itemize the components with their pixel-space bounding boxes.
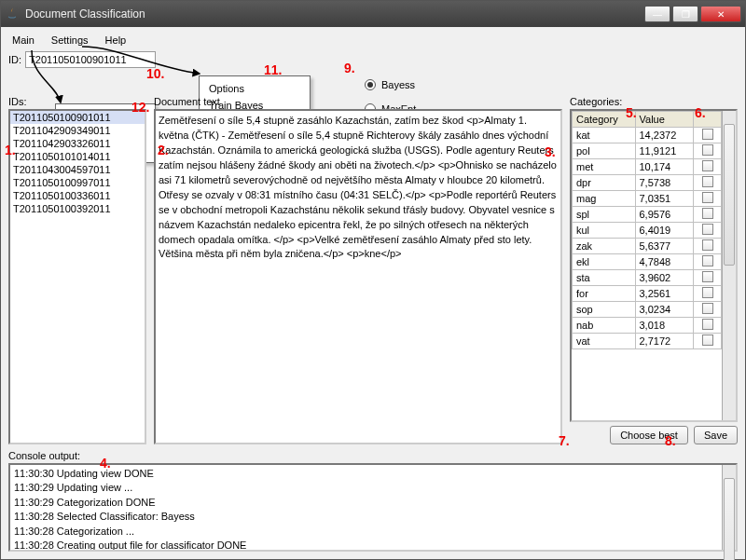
radio-bayess[interactable] — [365, 79, 376, 90]
save-button[interactable]: Save — [694, 426, 738, 444]
console-line: 11:30:29 Categorization DONE — [14, 496, 718, 510]
table-row[interactable]: kat14,2372 — [573, 128, 722, 143]
checkbox[interactable] — [702, 129, 713, 140]
main-area: IDs: T2011050100901011T2011042909349011T… — [8, 96, 738, 444]
doc-textarea[interactable]: Zemětřesení o síle 5,4 stupně zasáhlo Ka… — [154, 109, 562, 444]
id-row: ID: — [8, 51, 738, 68]
col-check[interactable] — [694, 112, 722, 128]
checkbox[interactable] — [702, 224, 713, 235]
console-line: 11:30:30 Updating view DONE — [14, 467, 718, 481]
table-row[interactable]: kul6,4019 — [573, 223, 722, 239]
maximize-button[interactable]: ❐ — [672, 6, 698, 22]
checkbox[interactable] — [702, 335, 713, 346]
categories-table[interactable]: Category Value kat14,2372pol11,9121met10… — [572, 111, 722, 349]
checkbox[interactable] — [702, 287, 713, 298]
checkbox[interactable] — [702, 303, 713, 314]
console-line: 11:30:28 Creating output file for classi… — [14, 539, 718, 550]
col-category[interactable]: Category — [573, 112, 636, 128]
menu-help[interactable]: Help — [102, 33, 131, 48]
list-item[interactable]: T2011050100901011 — [10, 111, 145, 124]
console-line: 11:30:29 Updating view ... — [14, 481, 718, 495]
table-row[interactable]: ekl4,7848 — [573, 254, 722, 270]
checkbox[interactable] — [702, 271, 713, 282]
titlebar[interactable]: Document Classification — ❐ ✕ — [1, 1, 745, 27]
console-label: Console output: — [8, 450, 738, 461]
checkbox[interactable] — [702, 319, 713, 330]
console-output[interactable]: 11:30:30 Updating view DONE11:30:29 Upda… — [10, 465, 722, 550]
table-row[interactable]: dpr7,5738 — [573, 175, 722, 191]
menubar: Main Settings Help — [8, 31, 738, 49]
table-row[interactable]: vat2,7172 — [573, 334, 722, 349]
menu-options[interactable]: Options — [200, 80, 310, 97]
choose-best-button[interactable]: Choose best — [610, 426, 688, 444]
menu-settings[interactable]: Settings — [48, 33, 92, 48]
console-scrollbar[interactable] — [722, 465, 736, 550]
list-item[interactable]: T2011050100336011 — [10, 189, 145, 202]
java-icon — [5, 7, 20, 21]
console-box: 11:30:30 Updating view DONE11:30:29 Upda… — [8, 463, 738, 552]
col-value[interactable]: Value — [635, 112, 694, 128]
list-item[interactable]: T2011050100997011 — [10, 176, 145, 189]
table-row[interactable]: sop3,0234 — [573, 302, 722, 318]
checkbox[interactable] — [702, 192, 713, 203]
table-row[interactable]: pol11,9121 — [573, 143, 722, 159]
radio-bayess-label: Bayess — [381, 79, 415, 90]
table-row[interactable]: spl6,9576 — [573, 207, 722, 223]
table-row[interactable]: sta3,9602 — [573, 270, 722, 286]
table-row[interactable]: mag7,0351 — [573, 191, 722, 207]
categories-scrollbar[interactable] — [722, 111, 736, 420]
list-item[interactable]: T2011050100392011 — [10, 202, 145, 215]
list-item[interactable]: T2011042909349011 — [10, 124, 145, 137]
categories-label: Categories: — [570, 96, 738, 107]
window-title: Document Classification — [25, 7, 644, 20]
list-item[interactable]: T2011042903326011 — [10, 137, 145, 150]
console-line: 11:30:28 Selected Classificator: Bayess — [14, 510, 718, 524]
list-item[interactable]: T2011043004597011 — [10, 163, 145, 176]
checkbox[interactable] — [702, 144, 713, 156]
id-label: ID: — [8, 54, 21, 65]
table-row[interactable]: for3,2561 — [573, 286, 722, 302]
list-item[interactable]: T2011050101014011 — [10, 150, 145, 163]
menu-main[interactable]: Main — [8, 33, 38, 48]
annot-10: 10. — [146, 66, 164, 81]
doc-label: Document text — [154, 96, 562, 107]
ids-list[interactable]: T2011050100901011T2011042909349011T20110… — [8, 109, 146, 444]
checkbox[interactable] — [702, 208, 713, 219]
app-window: Document Classification — ❐ ✕ Main Setti… — [0, 0, 746, 560]
checkbox[interactable] — [702, 176, 713, 187]
table-row[interactable]: nab3,018 — [573, 318, 722, 334]
checkbox[interactable] — [702, 239, 713, 251]
table-row[interactable]: met10,174 — [573, 159, 722, 175]
table-row[interactable]: zak5,6377 — [573, 239, 722, 254]
checkbox[interactable] — [702, 160, 713, 171]
checkbox[interactable] — [702, 255, 713, 266]
minimize-button[interactable]: — — [644, 6, 670, 22]
id-field[interactable] — [25, 51, 156, 68]
content-area: Main Settings Help ID: Load xml Load res… — [1, 27, 745, 559]
ids-label: IDs: — [8, 96, 146, 107]
close-button[interactable]: ✕ — [700, 6, 741, 22]
console-line: 11:30:28 Categorization ... — [14, 525, 718, 539]
